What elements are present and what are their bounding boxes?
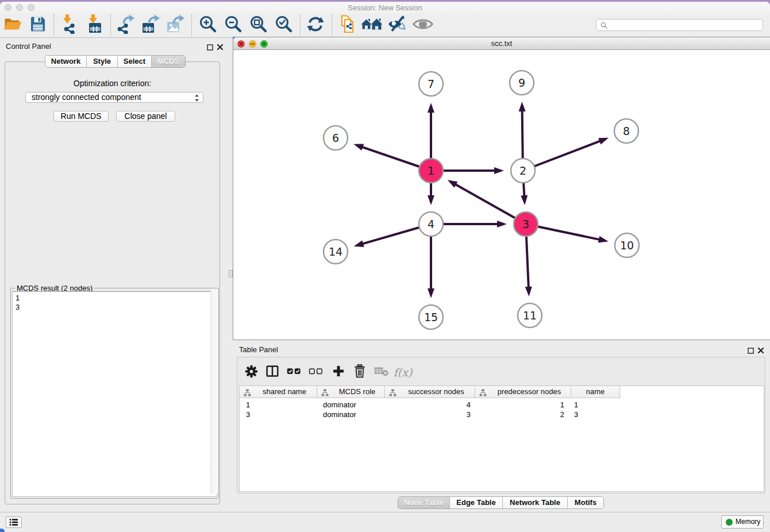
control-panel: Control Panel NetworkStyleSelectMCDS Opt… [0, 38, 233, 512]
tree-icon [321, 388, 329, 399]
node-table: shared name MCDS role successor nodes pr… [239, 385, 764, 492]
tab-network[interactable]: Network [45, 56, 87, 67]
control-panel-tabbar: NetworkStyleSelectMCDS [45, 56, 185, 67]
memory-button[interactable]: Memory [721, 515, 764, 529]
table-row[interactable]: 1dominator411 [240, 400, 764, 410]
search-box [596, 19, 763, 31]
column-header-predecessor-nodes[interactable]: predecessor nodes [475, 386, 571, 398]
network-canvas[interactable]: 7968124314101511 [233, 50, 770, 340]
run-mcds-button[interactable]: Run MCDS [53, 111, 109, 122]
node-label-4: 4 [428, 218, 434, 230]
gear-icon [244, 364, 259, 381]
export-table-button[interactable] [140, 15, 161, 36]
tab-style[interactable]: Style [87, 56, 118, 67]
network-close-button[interactable] [237, 40, 245, 48]
network-minimize-button[interactable] [249, 40, 256, 48]
column-header-MCDS-role[interactable]: MCDS role [317, 386, 385, 398]
zoom-selected-button[interactable] [274, 15, 294, 36]
task-history-button[interactable] [6, 516, 22, 528]
mcds-result-textarea[interactable]: 1 3 [12, 291, 217, 497]
zoom-fit-button[interactable] [248, 15, 269, 36]
node-label-6: 6 [332, 132, 339, 144]
search-input[interactable] [610, 20, 760, 30]
toolbar-separator [332, 14, 332, 36]
eye-slash-pen-icon [387, 14, 407, 36]
tab-network-table[interactable]: Network Table [503, 497, 568, 508]
network-window-title: scc.txt [233, 37, 770, 50]
node-label-15: 15 [424, 311, 438, 323]
close-panel-button[interactable]: Close panel [116, 111, 175, 122]
show-all-button[interactable] [362, 15, 383, 36]
network-zoom-button[interactable] [260, 40, 268, 48]
search-icon [600, 22, 608, 29]
edge-arrowhead [598, 236, 609, 243]
control-panel-close-button[interactable] [217, 43, 224, 49]
table-panel-tabbar: Node TableEdge TableNetwork TableMotifs [398, 497, 603, 508]
table-settings-button[interactable] [242, 364, 260, 381]
column-header-name[interactable]: name [571, 386, 620, 398]
select-all-button[interactable] [286, 364, 303, 381]
close-window-button[interactable] [5, 4, 11, 11]
select-chevrons-icon [194, 94, 199, 102]
delete-table-button[interactable] [373, 364, 390, 381]
zoom-in-button[interactable] [198, 15, 218, 36]
table-cell: dominator [317, 400, 385, 410]
delete-column-button[interactable] [351, 364, 368, 381]
import-network-button[interactable] [60, 15, 80, 36]
folder-open-icon [3, 14, 22, 36]
edge-arrowhead [448, 180, 458, 188]
column-header-successor-nodes[interactable]: successor nodes [385, 386, 475, 398]
table-cell: 1 [475, 400, 571, 410]
export-network-button[interactable] [115, 15, 136, 36]
copy-share-icon [338, 14, 357, 36]
toggle-column-view-button[interactable] [264, 364, 281, 381]
deselect-all-button[interactable] [307, 364, 325, 381]
export-image-button[interactable] [165, 15, 186, 36]
table-row[interactable]: 3dominator323 [240, 410, 764, 419]
new-network-from-selection-button[interactable] [337, 15, 358, 36]
zoom-fit-icon [249, 14, 268, 36]
tab-select[interactable]: Select [118, 56, 152, 67]
table-cell: 2 [475, 410, 571, 419]
tab-mcds[interactable]: MCDS [152, 56, 185, 67]
memory-label: Memory [736, 516, 760, 528]
export-table-icon [141, 14, 160, 36]
tab-node-table[interactable]: Node Table [398, 497, 450, 508]
edge-arrowhead [353, 144, 364, 151]
hide-selected-button[interactable] [387, 15, 407, 36]
table-cell: 3 [571, 410, 620, 419]
tab-motifs[interactable]: Motifs [568, 497, 603, 508]
mcds-result-scrollbar[interactable] [210, 289, 218, 494]
app-title: Session: New Session [0, 2, 770, 14]
minimize-window-button[interactable] [16, 4, 23, 11]
node-label-2: 2 [519, 164, 526, 177]
zoom-window-button[interactable] [28, 4, 34, 11]
criterion-select[interactable]: strongly connected component [25, 92, 203, 103]
add-column-button[interactable] [330, 364, 347, 381]
import-table-button[interactable] [85, 15, 106, 36]
fx-icon: f(x) [394, 366, 413, 379]
tab-edge-table[interactable]: Edge Table [450, 497, 503, 508]
control-panel-float-button[interactable] [207, 43, 214, 49]
memory-status-icon [726, 519, 733, 526]
table-panel-content: shared name MCDS role successor nodes pr… [237, 357, 765, 494]
zoom-out-button[interactable] [223, 15, 244, 36]
table-panel-close-button[interactable] [757, 346, 764, 353]
uncheck-pair-icon [308, 364, 324, 381]
show-hidden-button[interactable] [413, 15, 433, 36]
column-header-label: successor nodes [398, 386, 475, 398]
edge-arrowhead [497, 221, 507, 228]
table-panel-float-button[interactable] [748, 346, 754, 353]
control-panel-title: Control Panel [6, 42, 51, 51]
column-header-shared-name[interactable]: shared name [240, 386, 317, 398]
refresh-button[interactable] [305, 15, 326, 36]
edge-arrowhead [428, 103, 434, 113]
function-builder-button[interactable]: f(x) [394, 364, 411, 381]
status-bar: Memory [0, 512, 770, 532]
save-session-button[interactable] [28, 15, 48, 36]
edge-arrowhead [428, 195, 434, 205]
open-session-button[interactable] [2, 15, 23, 36]
criterion-value: strongly connected component [32, 92, 141, 102]
node-label-1: 1 [428, 164, 434, 177]
vertical-divider-handle[interactable] [229, 270, 233, 277]
